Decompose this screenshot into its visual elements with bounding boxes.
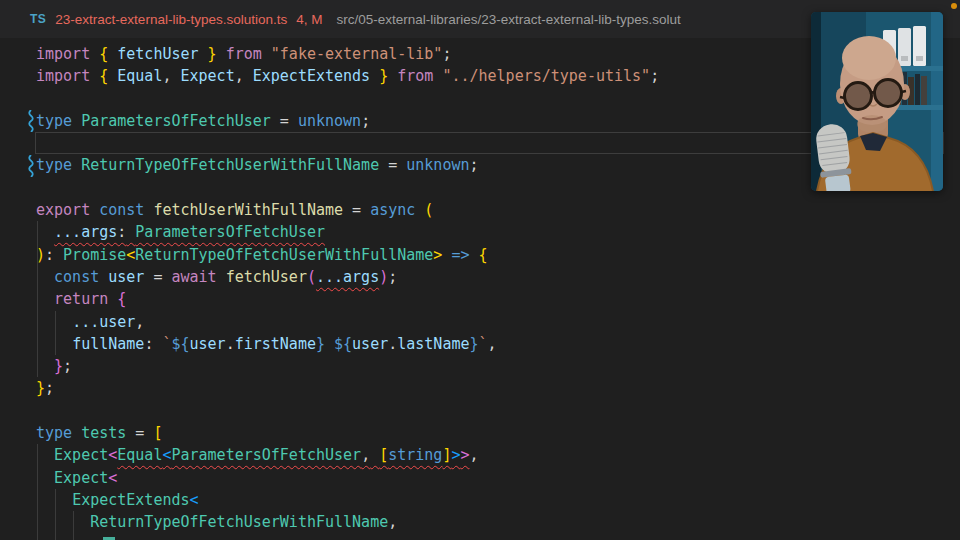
breadcrumb-file-path[interactable]: src/05-external-libraries/23-extract-ext… (336, 12, 680, 27)
code-line[interactable] (36, 400, 960, 422)
typescript-file-icon: TS (30, 12, 46, 26)
modified-line-indicator (27, 110, 35, 132)
code-line[interactable]: ExpectExtends< (36, 489, 960, 511)
code-line[interactable]: fullName: `${user.firstName} ${user.last… (36, 333, 960, 355)
code-line[interactable]: type tests = [ (36, 422, 960, 444)
modified-line-indicator (27, 155, 35, 177)
code-line[interactable]: }; (36, 377, 960, 399)
webcam-overlay (811, 12, 943, 191)
code-line[interactable]: ReturnTypeOfFetchUserWithFullName, (36, 511, 960, 533)
scrollbar-overview-ruler[interactable] (944, 0, 960, 540)
code-line[interactable]: ...args: ParametersOfFetchUser (36, 221, 960, 243)
code-line[interactable]: Expect< (36, 467, 960, 489)
code-line[interactable]: const user = await fetchUser(...args); (36, 266, 960, 288)
vscode-window: TS 23-extract-external-lib-types.solutio… (0, 0, 960, 540)
tab-file-name[interactable]: 23-extract-external-lib-types.solution.t… (55, 12, 287, 27)
code-line[interactable]: return { (36, 288, 960, 310)
code-line[interactable]: ): Promise<ReturnTypeOfFetchUserWithFull… (36, 244, 960, 266)
webcam-video (811, 12, 943, 191)
code-line[interactable]: ...user, (36, 311, 960, 333)
code-line[interactable]: export const fetchUserWithFullName = asy… (36, 199, 960, 221)
code-line[interactable]: Expect<Equal<ParametersOfFetchUser, [str… (36, 444, 960, 466)
problems-modified-badge: 4, M (296, 12, 322, 27)
code-line[interactable]: }; (36, 355, 960, 377)
notification-dot (951, 3, 957, 9)
